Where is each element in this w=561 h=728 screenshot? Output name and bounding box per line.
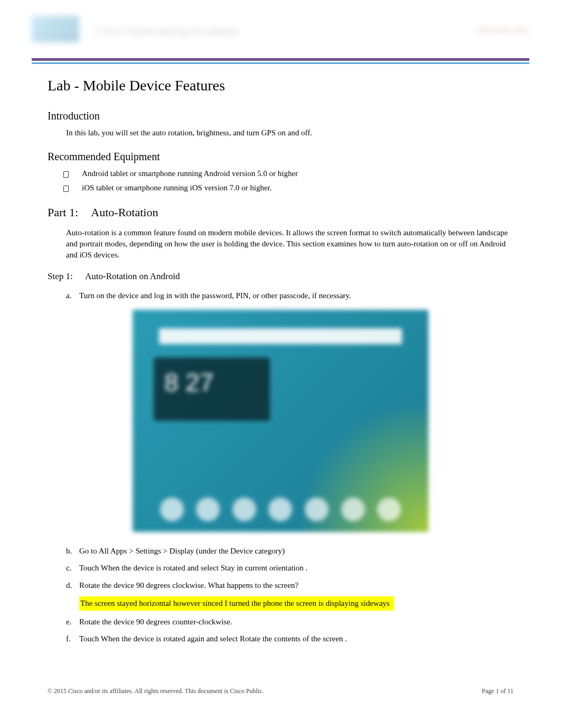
step-items: a. Turn on the device and log in with th…: [66, 290, 513, 302]
step-item-f: f. Touch When the device is rotated agai…: [66, 633, 513, 645]
divider-purple: [32, 58, 529, 61]
screenshot-app-icon: [196, 497, 220, 521]
screenshot-app-icon: [377, 497, 401, 521]
introduction-text: In this lab, you will set the auto rotat…: [66, 128, 513, 137]
screenshot-searchbar: [159, 328, 402, 344]
part-number: Part 1:: [48, 206, 78, 219]
step-text: Touch When the device is rotated and sel…: [79, 562, 513, 574]
step-item-c: c. Touch When the device is rotated and …: [66, 562, 513, 574]
step-letter: a.: [66, 290, 79, 302]
step-text: Turn on the device and log in with the p…: [79, 290, 513, 302]
part-body: Auto-rotation is a common feature found …: [66, 227, 513, 261]
step-letter: c.: [66, 562, 79, 574]
step-letter: b.: [66, 545, 79, 557]
screenshot-app-icon: [160, 497, 184, 521]
cisco-logo: [32, 16, 79, 42]
header-banner: Cisco Networking Academy Mind Wide Open: [32, 16, 529, 53]
screenshot-app-icon: [232, 497, 256, 521]
step-item-e: e. Rotate the device 90 degrees counter-…: [66, 616, 513, 628]
step-letter: f.: [66, 633, 79, 645]
list-item: Android tablet or smartphone running And…: [63, 169, 513, 178]
page-title: Lab - Mobile Device Features: [48, 77, 513, 94]
document-content: Lab - Mobile Device Features Introductio…: [32, 77, 529, 645]
list-item: iOS tablet or smartphone running iOS ver…: [63, 183, 513, 192]
android-home-screenshot: 8 27: [133, 310, 428, 532]
step-text: Rotate the device 90 degrees counter-clo…: [79, 616, 513, 628]
document-page: Cisco Networking Academy Mind Wide Open …: [0, 0, 561, 716]
step-item-d: d. Rotate the device 90 degrees clockwis…: [66, 579, 513, 592]
step-number: Step 1:: [48, 271, 73, 282]
divider-blue: [32, 62, 529, 64]
recommended-list: Android tablet or smartphone running And…: [63, 169, 513, 192]
screenshot-time: 8 27: [154, 357, 270, 408]
step-text: Go to All Apps > Settings > Display (und…: [79, 545, 513, 557]
step-letter: e.: [66, 616, 79, 628]
footer-copyright: © 2015 Cisco and/or its affiliates. All …: [48, 687, 264, 695]
banner-right-text: Mind Wide Open: [478, 26, 529, 35]
part-title: Auto-Rotation: [91, 206, 158, 219]
screenshot-app-icon: [268, 497, 292, 521]
step-text: Touch When the device is rotated again a…: [79, 633, 513, 645]
screenshot-dock: [133, 497, 428, 521]
step-item-a: a. Turn on the device and log in with th…: [66, 290, 513, 302]
recommended-heading: Recommended Equipment: [48, 151, 513, 163]
banner-title: Cisco Networking Academy: [95, 24, 239, 38]
step-title: Auto-Rotation on Android: [85, 271, 180, 281]
step-letter: d.: [66, 579, 79, 592]
step-text: Rotate the device 90 degrees clockwise. …: [79, 579, 513, 592]
step-item-b: b. Go to All Apps > Settings > Display (…: [66, 545, 513, 557]
screenshot-clock-widget: 8 27: [154, 357, 270, 421]
screenshot-container: 8 27: [48, 310, 513, 532]
screenshot-app-icon: [305, 497, 329, 521]
part-heading: Part 1: Auto-Rotation: [48, 206, 513, 219]
screenshot-app-icon: [341, 497, 365, 521]
step-items: b. Go to All Apps > Settings > Display (…: [66, 545, 513, 592]
step-items: e. Rotate the device 90 degrees counter-…: [66, 616, 513, 645]
footer: © 2015 Cisco and/or its affiliates. All …: [32, 687, 529, 695]
step-heading: Step 1: Auto-Rotation on Android: [48, 271, 513, 282]
introduction-heading: Introduction: [48, 110, 513, 122]
highlighted-answer-wrapper: The screen stayed horizontal however sin…: [48, 596, 513, 616]
footer-page: Page 1 of 11: [482, 687, 513, 695]
highlighted-answer: The screen stayed horizontal however sin…: [79, 596, 394, 611]
